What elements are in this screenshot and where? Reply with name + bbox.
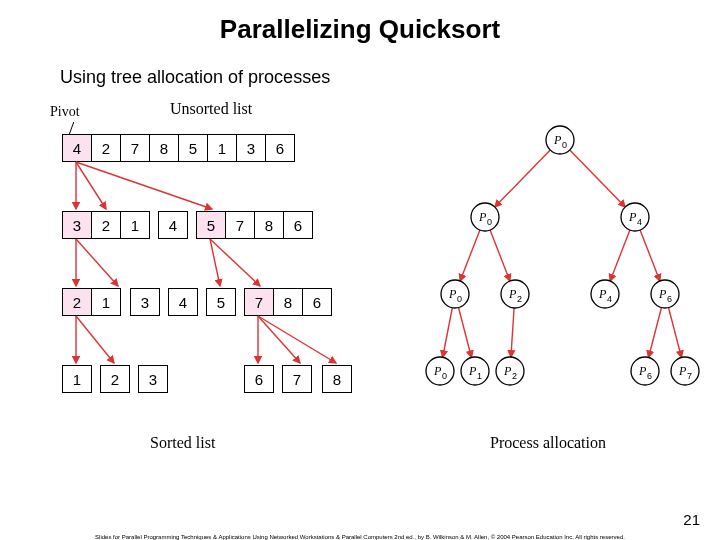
copyright-text: Slides for Parallel Programming Techniqu… bbox=[0, 534, 720, 540]
svg-text:7: 7 bbox=[687, 371, 692, 381]
list-cell: 7 bbox=[245, 289, 273, 315]
svg-text:2: 2 bbox=[517, 294, 522, 304]
svg-line-8 bbox=[76, 316, 114, 363]
svg-text:4: 4 bbox=[607, 294, 612, 304]
list-cell: 1 bbox=[63, 366, 91, 392]
list-cell: 4 bbox=[63, 135, 91, 161]
process-tree: P0P0P4P0P2P4P6P0P1P2P6P7 bbox=[410, 114, 710, 444]
list-cell: 2 bbox=[101, 366, 129, 392]
svg-line-20 bbox=[511, 308, 514, 357]
svg-text:4: 4 bbox=[637, 217, 642, 227]
list-group: 1 bbox=[62, 365, 92, 393]
list-cell: 3 bbox=[131, 289, 159, 315]
svg-text:P: P bbox=[468, 364, 477, 378]
sorted-label: Sorted list bbox=[150, 434, 215, 452]
svg-text:2: 2 bbox=[512, 371, 517, 381]
list-cell: 8 bbox=[149, 135, 178, 161]
list-group: 5 bbox=[206, 288, 236, 316]
list-group: 6 bbox=[244, 365, 274, 393]
list-cell: 8 bbox=[273, 289, 302, 315]
svg-line-17 bbox=[640, 230, 660, 281]
svg-text:0: 0 bbox=[442, 371, 447, 381]
svg-line-4 bbox=[76, 239, 118, 286]
list-cell: 4 bbox=[159, 212, 187, 238]
list-cell: 3 bbox=[236, 135, 265, 161]
list-cell: 2 bbox=[63, 289, 91, 315]
list-cell: 1 bbox=[91, 289, 120, 315]
list-group: 4 bbox=[168, 288, 198, 316]
svg-text:P: P bbox=[628, 210, 637, 224]
svg-line-1 bbox=[76, 162, 106, 209]
svg-text:1: 1 bbox=[477, 371, 482, 381]
svg-text:P: P bbox=[478, 210, 487, 224]
svg-text:P: P bbox=[678, 364, 687, 378]
list-group: 4 bbox=[158, 211, 188, 239]
list-group: 42785136 bbox=[62, 134, 295, 162]
svg-line-18 bbox=[443, 308, 453, 358]
svg-text:P: P bbox=[553, 133, 562, 147]
svg-line-19 bbox=[459, 308, 472, 358]
list-group: 5786 bbox=[196, 211, 313, 239]
list-cell: 6 bbox=[302, 289, 331, 315]
list-cell: 2 bbox=[91, 212, 120, 238]
svg-text:6: 6 bbox=[667, 294, 672, 304]
list-group: 7 bbox=[282, 365, 312, 393]
page-number: 21 bbox=[683, 511, 700, 528]
list-group: 21 bbox=[62, 288, 121, 316]
list-cell: 5 bbox=[178, 135, 207, 161]
svg-text:P: P bbox=[508, 287, 517, 301]
svg-line-21 bbox=[649, 308, 662, 358]
svg-text:P: P bbox=[598, 287, 607, 301]
list-cell: 5 bbox=[207, 289, 235, 315]
svg-line-12 bbox=[495, 150, 550, 207]
svg-line-11 bbox=[258, 316, 336, 363]
svg-text:P: P bbox=[503, 364, 512, 378]
list-group: 321 bbox=[62, 211, 150, 239]
list-cell: 3 bbox=[63, 212, 91, 238]
svg-text:0: 0 bbox=[487, 217, 492, 227]
page-title: Parallelizing Quicksort bbox=[0, 14, 720, 45]
svg-text:0: 0 bbox=[457, 294, 462, 304]
list-cell: 7 bbox=[120, 135, 149, 161]
list-cell: 4 bbox=[169, 289, 197, 315]
svg-text:P: P bbox=[658, 287, 667, 301]
svg-line-6 bbox=[210, 239, 260, 286]
list-group: 2 bbox=[100, 365, 130, 393]
list-cell: 1 bbox=[207, 135, 236, 161]
list-group: 3 bbox=[130, 288, 160, 316]
list-group: 3 bbox=[138, 365, 168, 393]
svg-text:0: 0 bbox=[562, 140, 567, 150]
pivot-label: Pivot bbox=[50, 104, 80, 120]
svg-text:P: P bbox=[448, 287, 457, 301]
list-cell: 3 bbox=[139, 366, 167, 392]
list-cell: 5 bbox=[197, 212, 225, 238]
list-cell: 6 bbox=[245, 366, 273, 392]
svg-line-5 bbox=[210, 239, 220, 286]
svg-text:6: 6 bbox=[647, 371, 652, 381]
svg-line-14 bbox=[460, 230, 480, 281]
list-cell: 6 bbox=[265, 135, 294, 161]
list-cell: 7 bbox=[225, 212, 254, 238]
svg-text:P: P bbox=[638, 364, 647, 378]
list-group: 786 bbox=[244, 288, 332, 316]
list-cell: 1 bbox=[120, 212, 149, 238]
page-subtitle: Using tree allocation of processes bbox=[60, 67, 720, 88]
svg-line-16 bbox=[610, 230, 630, 281]
svg-line-22 bbox=[669, 308, 682, 358]
unsorted-label: Unsorted list bbox=[170, 100, 252, 118]
list-cell: 8 bbox=[254, 212, 283, 238]
list-cell: 7 bbox=[283, 366, 311, 392]
svg-line-10 bbox=[258, 316, 300, 363]
svg-line-2 bbox=[76, 162, 212, 209]
list-group: 8 bbox=[322, 365, 352, 393]
list-cell: 6 bbox=[283, 212, 312, 238]
diagram-stage: Pivot Unsorted list Sorted list Process … bbox=[0, 96, 720, 466]
svg-text:P: P bbox=[433, 364, 442, 378]
svg-line-13 bbox=[570, 150, 625, 207]
svg-line-15 bbox=[490, 230, 510, 281]
list-cell: 2 bbox=[91, 135, 120, 161]
list-cell: 8 bbox=[323, 366, 351, 392]
